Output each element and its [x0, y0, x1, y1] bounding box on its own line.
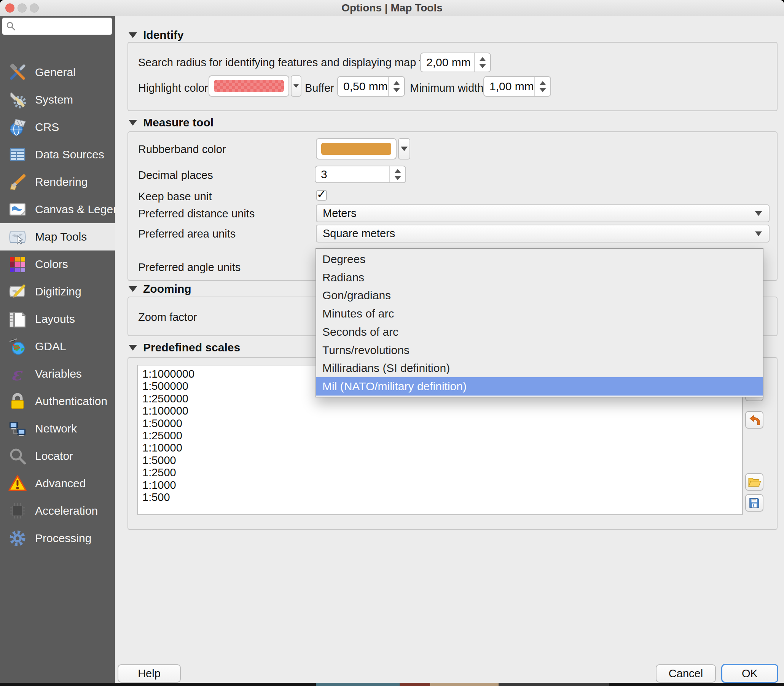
- highlight-color-dropdown-button[interactable]: [291, 75, 302, 97]
- sidebar-item-locator[interactable]: Locator: [0, 443, 115, 470]
- dropdown-option-minutes-of-arc[interactable]: Minutes of arc: [316, 305, 763, 323]
- sidebar-item-authentication[interactable]: Authentication: [0, 387, 115, 415]
- sidebar-item-acceleration[interactable]: Acceleration: [0, 497, 115, 524]
- titlebar: Options | Map Tools: [0, 0, 784, 17]
- warning-icon: [8, 474, 28, 493]
- settings-content: Identify Search radius for identifying f…: [115, 16, 784, 686]
- scale-item[interactable]: 1:2500: [142, 466, 742, 479]
- sidebar-item-layouts[interactable]: Layouts: [0, 305, 115, 333]
- angle-units-label: Preferred angle units: [138, 261, 241, 274]
- search-radius-spinbox[interactable]: 2,00 mm: [420, 52, 491, 72]
- import-scales-button[interactable]: [745, 473, 763, 491]
- search-radius-value: 2,00 mm: [421, 56, 474, 69]
- restore-default-scales-button[interactable]: [745, 411, 763, 429]
- cancel-button-label: Cancel: [669, 667, 703, 680]
- dropdown-option-seconds-of-arc[interactable]: Seconds of arc: [316, 323, 763, 341]
- min-width-value: 1,00 mm: [484, 80, 535, 93]
- background-app-strip: [0, 683, 784, 686]
- sidebar-item-label: Canvas & Legend: [35, 203, 126, 216]
- sidebar-item-label: Network: [35, 422, 77, 435]
- sidebar-item-data-sources[interactable]: Data Sources: [0, 141, 115, 168]
- minimize-window-button[interactable]: [18, 3, 27, 13]
- distance-units-value: Meters: [323, 207, 357, 220]
- table-icon: [8, 145, 28, 165]
- decimal-places-spinbox[interactable]: 3: [315, 166, 406, 183]
- keep-base-unit-checkbox[interactable]: ✓: [316, 190, 327, 201]
- spin-arrows-icon[interactable]: [535, 77, 550, 96]
- scale-item[interactable]: 1:10000: [142, 442, 742, 454]
- help-button-label: Help: [138, 667, 161, 680]
- sidebar-item-rendering[interactable]: Rendering: [0, 168, 115, 196]
- sidebar-item-label: Variables: [35, 368, 82, 380]
- spin-arrows-icon[interactable]: [474, 53, 490, 72]
- measure-collapse-icon[interactable]: [129, 120, 137, 126]
- sidebar-item-label: Rendering: [35, 175, 88, 188]
- help-button[interactable]: Help: [117, 664, 181, 683]
- dropdown-option-degrees[interactable]: Degrees: [316, 250, 763, 268]
- sidebar-item-canvas-legend[interactable]: Canvas & Legend: [0, 196, 115, 223]
- sidebar-item-gdal[interactable]: GDAL: [0, 333, 115, 360]
- sidebar-item-label: Processing: [35, 532, 91, 545]
- dropdown-option-gon-gradians[interactable]: Gon/gradians: [316, 287, 763, 305]
- identify-collapse-icon[interactable]: [129, 33, 137, 38]
- sidebar-item-general[interactable]: General: [0, 59, 115, 86]
- scale-item[interactable]: 1:500: [142, 491, 742, 503]
- options-dialog: Options | Map Tools General: [0, 0, 784, 686]
- sidebar-item-colors[interactable]: Colors: [0, 250, 115, 278]
- buffer-spinbox[interactable]: 0,50 mm: [337, 76, 405, 97]
- min-width-spinbox[interactable]: 1,00 mm: [483, 76, 551, 97]
- sidebar-item-advanced[interactable]: Advanced: [0, 470, 115, 497]
- zooming-section-title: Zooming: [143, 283, 191, 296]
- checkmark-icon: ✓: [317, 187, 327, 201]
- search-icon: [6, 21, 16, 31]
- scale-item[interactable]: 1:1000: [142, 479, 742, 491]
- sidebar-item-crs[interactable]: CRS: [0, 113, 115, 141]
- angle-units-dropdown-popup: Degrees Radians Gon/gradians Minutes of …: [316, 248, 763, 397]
- sidebar-item-system[interactable]: System: [0, 86, 115, 113]
- rubberband-color-swatch[interactable]: [316, 138, 396, 160]
- sidebar-item-label: Layouts: [35, 312, 75, 325]
- distance-units-combobox[interactable]: Meters: [316, 204, 769, 222]
- chevron-down-icon: [755, 211, 762, 216]
- area-units-combobox[interactable]: Square meters: [316, 225, 769, 242]
- computers-icon: [8, 419, 28, 439]
- dropdown-option-milliradians[interactable]: Milliradians (SI definition): [316, 359, 763, 377]
- sidebar-item-variables[interactable]: ε Variables: [0, 360, 115, 387]
- globe-satellite-icon: [8, 336, 28, 356]
- map-pencil-icon: [8, 282, 28, 302]
- rubberband-color-label: Rubberband color: [138, 143, 226, 156]
- scale-item[interactable]: 1:5000: [142, 454, 742, 466]
- globe-grid-icon: [8, 117, 28, 137]
- scale-item[interactable]: 1:100000: [142, 405, 742, 417]
- sidebar-item-label: Colors: [35, 258, 68, 271]
- dropdown-option-turns-revolutions[interactable]: Turns/revolutions: [316, 341, 763, 359]
- page-layout-icon: [8, 309, 28, 329]
- export-scales-button[interactable]: [745, 494, 763, 512]
- predefined-scales-collapse-icon[interactable]: [129, 345, 137, 351]
- tools-icon: [8, 62, 28, 82]
- spin-arrows-icon[interactable]: [388, 77, 404, 96]
- sidebar-item-label: GDAL: [35, 340, 66, 353]
- solid-color-icon: [321, 143, 391, 155]
- spin-arrows-icon[interactable]: [390, 167, 405, 182]
- zooming-collapse-icon[interactable]: [129, 286, 137, 292]
- sidebar-item-network[interactable]: Network: [0, 415, 115, 443]
- sidebar-search-input[interactable]: [2, 18, 112, 35]
- close-window-button[interactable]: [5, 3, 15, 13]
- sidebar-item-digitizing[interactable]: Digitizing: [0, 278, 115, 305]
- sidebar-item-map-tools[interactable]: Map Tools: [0, 223, 115, 250]
- dropdown-option-radians[interactable]: Radians: [316, 268, 763, 287]
- rubberband-color-dropdown-button[interactable]: [398, 138, 410, 160]
- highlight-color-swatch[interactable]: [209, 75, 289, 97]
- predefined-scales-section-title: Predefined scales: [143, 341, 240, 354]
- ok-button[interactable]: OK: [721, 664, 778, 683]
- cancel-button[interactable]: Cancel: [656, 664, 716, 683]
- dropdown-option-mil-nato[interactable]: Mil (NATO/military definition): [316, 377, 763, 395]
- scale-item[interactable]: 1:25000: [142, 430, 742, 442]
- chevron-down-icon: [293, 84, 299, 88]
- buffer-label: Buffer: [305, 82, 334, 95]
- zoom-window-button[interactable]: [30, 3, 39, 13]
- map-cursor-icon: [8, 227, 28, 247]
- scale-item[interactable]: 1:50000: [142, 417, 742, 430]
- sidebar-item-processing[interactable]: Processing: [0, 524, 115, 552]
